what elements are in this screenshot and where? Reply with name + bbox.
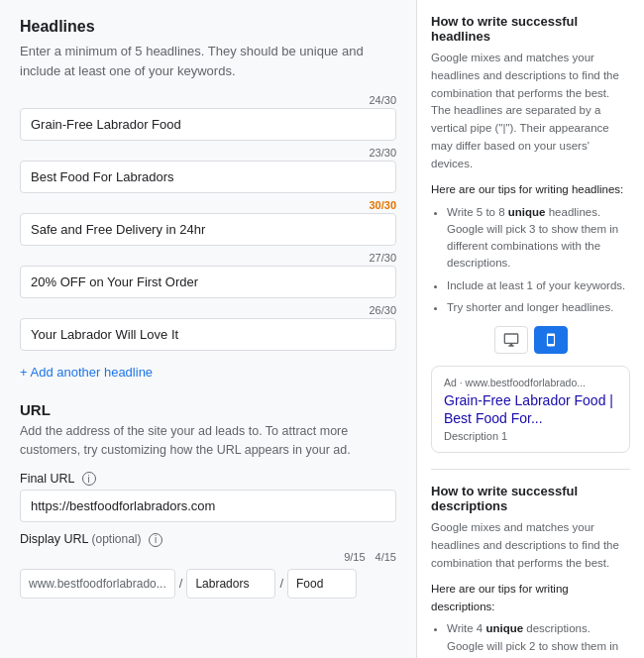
headline-field-2: 23/30 — [20, 147, 396, 193]
headline-4-count: 27/30 — [20, 252, 396, 264]
headline-5-input[interactable] — [20, 318, 396, 351]
url-section: URL Add the address of the site your ad … — [20, 401, 396, 599]
headline-3-input[interactable] — [20, 213, 396, 246]
display-url-part2-input[interactable] — [287, 569, 357, 599]
mobile-device-btn[interactable] — [534, 326, 568, 354]
add-headline-link[interactable]: + Add another headline — [20, 365, 153, 380]
headlines-title: Headlines — [20, 18, 396, 36]
display-url-part2-count: 4/15 — [376, 551, 396, 563]
headlines-tip-1: Write 5 to 8 unique headlines. Google wi… — [447, 204, 630, 273]
device-toggle — [431, 326, 630, 354]
headlines-section: Headlines Enter a minimum of 5 headlines… — [20, 18, 396, 380]
headline-5-count: 26/30 — [20, 304, 396, 316]
ad-description: Description 1 — [444, 430, 617, 442]
headline-field-5: 26/30 — [20, 304, 396, 351]
desc-tip-1: Write 4 unique descriptions. Google will… — [447, 620, 630, 658]
display-url-base: www.bestfoodforlabrado... — [20, 569, 175, 599]
final-url-input[interactable] — [20, 490, 396, 522]
display-url-label: Display URL (optional) i — [20, 532, 396, 547]
headline-1-count: 24/30 — [20, 94, 396, 106]
headlines-tip-2: Include at least 1 of your keywords. — [447, 277, 630, 294]
headline-field-1: 24/30 — [20, 94, 396, 141]
left-panel: Headlines Enter a minimum of 5 headlines… — [0, 0, 416, 658]
display-url-slash-2: / — [275, 576, 287, 591]
headline-3-count: 30/30 — [20, 199, 396, 211]
desktop-device-btn[interactable] — [494, 326, 528, 354]
descriptions-tips-list: Write 4 unique descriptions. Google will… — [431, 620, 630, 658]
display-url-part1-count: 9/15 — [344, 551, 365, 563]
headline-field-3: 30/30 — [20, 199, 396, 246]
final-url-info-icon[interactable]: i — [82, 472, 96, 486]
ad-headline: Grain-Free Labrador Food | Best Food For… — [444, 391, 617, 427]
url-desc: Add the address of the site your ad lead… — [20, 422, 396, 460]
headlines-tip-3: Try shorter and longer headlines. — [447, 299, 630, 316]
panel-divider — [431, 469, 630, 470]
headlines-desc: Enter a minimum of 5 headlines. They sho… — [20, 42, 396, 80]
descriptions-tips-intro: Google mixes and matches your headlines … — [431, 519, 630, 572]
final-url-label: Final URL i — [20, 472, 396, 487]
headlines-tips-intro: Google mixes and matches your headlines … — [431, 50, 630, 173]
display-url-slash-1: / — [175, 576, 187, 591]
headlines-tips-header: Here are our tips for writing headlines: — [431, 181, 630, 199]
display-url-info-icon[interactable]: i — [149, 533, 162, 547]
headlines-tips-title: How to write successful headlines — [431, 14, 630, 44]
headline-4-input[interactable] — [20, 266, 396, 298]
headline-2-count: 23/30 — [20, 147, 396, 159]
headline-2-input[interactable] — [20, 161, 396, 193]
headlines-tips-list: Write 5 to 8 unique headlines. Google wi… — [431, 204, 630, 317]
descriptions-tips-header: Here are our tips for writing descriptio… — [431, 581, 630, 616]
display-url-part1-input[interactable] — [186, 569, 275, 599]
headline-1-input[interactable] — [20, 108, 396, 141]
display-url-row: www.bestfoodforlabrado... / / — [20, 569, 396, 599]
display-url-optional: (optional) — [92, 532, 142, 546]
descriptions-tips-title: How to write successful descriptions — [431, 484, 630, 513]
ad-preview: Ad · www.bestfoodforlabrado... Grain-Fre… — [431, 366, 630, 453]
right-panel: How to write successful headlines Google… — [416, 0, 644, 658]
url-title: URL — [20, 401, 396, 418]
headline-field-4: 27/30 — [20, 252, 396, 298]
display-url-counts: 9/15 4/15 — [20, 551, 396, 563]
ad-label: Ad · www.bestfoodforlabrado... — [444, 377, 617, 388]
